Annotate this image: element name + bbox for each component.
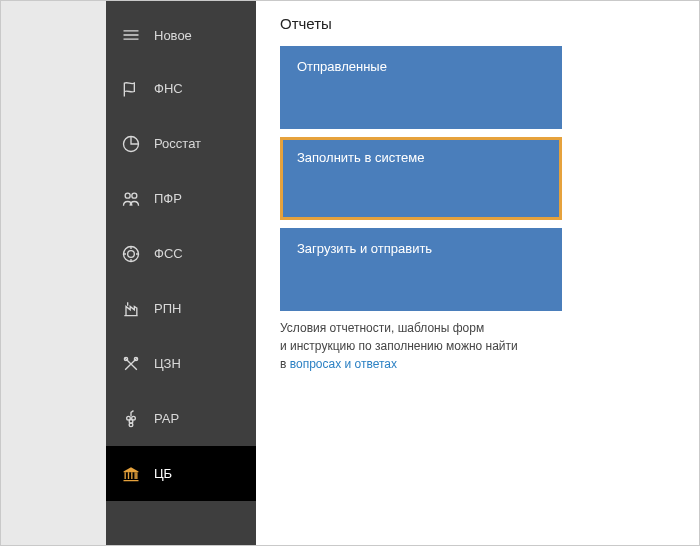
sidebar-item-label: ЦБ [154,467,172,480]
sidebar-item-label: ФСС [154,247,183,260]
sidebar-item-fss[interactable]: ФСС [106,226,256,281]
help-line1: Условия отчетности, шаблоны форм [280,321,484,335]
sidebar-item-rpn[interactable]: РПН [106,281,256,336]
sidebar-item-label: ПФР [154,192,182,205]
grapes-icon [120,408,142,430]
help-text: Условия отчетности, шаблоны форм и инстр… [280,319,562,373]
sidebar-item-fns[interactable]: ФНС [106,61,256,116]
sidebar-item-label: РПН [154,302,181,315]
svg-point-10 [129,423,133,427]
help-line2: и инструкцию по заполнению можно найти [280,339,518,353]
main-panel: Отчеты Отправленные Заполнить в системе … [256,1,699,545]
tile-label: Отправленные [297,59,387,74]
sidebar-item-pfr[interactable]: ПФР [106,171,256,226]
svg-point-4 [128,250,135,257]
help-line3-prefix: в [280,357,290,371]
tile-sent[interactable]: Отправленные [280,46,562,129]
tile-upload-send[interactable]: Загрузить и отправить [280,228,562,311]
sidebar-item-rar[interactable]: РАР [106,391,256,446]
page-title: Отчеты [280,15,699,32]
tile-label: Загрузить и отправить [297,241,432,256]
sidebar-item-label: ФНС [154,82,183,95]
tile-fill-in-system[interactable]: Заполнить в системе [280,137,562,220]
sidebar: Новое ФНС Росстат ПФР ФСС [106,1,256,545]
sidebar-item-rosstat[interactable]: Росстат [106,116,256,171]
bank-icon [120,463,142,485]
tools-icon [120,353,142,375]
help-link[interactable]: вопросах и ответах [290,357,397,371]
tile-label: Заполнить в системе [297,150,424,165]
svg-point-2 [132,193,137,198]
left-gutter [1,1,106,545]
target-icon [120,243,142,265]
pie-chart-icon [120,133,142,155]
flag-icon [120,78,142,100]
stack-lines-icon [120,24,142,46]
sidebar-item-label: Новое [154,29,192,42]
factory-icon [120,298,142,320]
app-window: Новое ФНС Росстат ПФР ФСС [0,0,700,546]
sidebar-item-label: РАР [154,412,179,425]
svg-point-1 [125,193,130,198]
sidebar-item-cb[interactable]: ЦБ [106,446,256,501]
sidebar-item-czn[interactable]: ЦЗН [106,336,256,391]
sidebar-item-new[interactable]: Новое [106,1,256,61]
sidebar-item-label: Росстат [154,137,201,150]
sidebar-item-label: ЦЗН [154,357,181,370]
people-icon [120,188,142,210]
